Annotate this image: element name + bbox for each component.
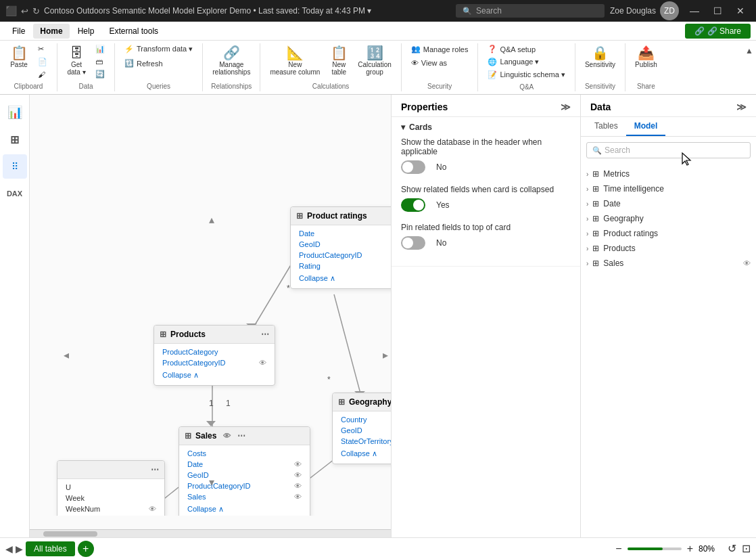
collapse-geography[interactable]: Collapse ∧ <box>333 447 391 461</box>
new-measure-button[interactable]: 📐 Newmeasure column <box>266 43 324 79</box>
publish-button[interactable]: 📤 Publish <box>631 43 661 71</box>
recent-button[interactable]: 🔄 <box>91 68 109 80</box>
products-title: Products <box>170 330 206 339</box>
chevron-products-icon: › <box>586 245 588 252</box>
sensitivity-button[interactable]: 🔒 Sensitivity <box>581 43 619 71</box>
language-button[interactable]: 🌐 Language ▾ <box>483 56 543 68</box>
data-panel-header: Data ≫ <box>581 95 756 117</box>
menu-file[interactable]: File <box>5 24 32 39</box>
sidebar-icon-report[interactable]: 📊 <box>3 100 27 125</box>
ribbon: 📋 Paste ✂ 📄 🖌 Clipboard 🗄 Getdata ▾ 📊 🗃 … <box>0 41 756 95</box>
geography-icon: ⊞ <box>338 397 345 407</box>
manage-relationships-button[interactable]: 🔗 Managerelationships <box>208 43 254 79</box>
table-row: GeoID 👁 <box>179 470 310 480</box>
toggle-3[interactable] <box>401 236 425 250</box>
all-tables-label: All tables <box>34 544 67 554</box>
collapse-product-ratings[interactable]: Collapse ∧ <box>291 271 391 286</box>
horizontal-scrollbar[interactable] <box>30 529 391 537</box>
tree-item-product-ratings[interactable]: › ⊞ Product ratings <box>581 226 756 241</box>
sidebar-icon-model[interactable]: ⠿ <box>3 154 27 179</box>
page-next-button[interactable]: ▶ <box>16 543 23 554</box>
sales-body: Costs Date 👁 GeoID 👁 ProductCategoryID 👁 <box>179 445 310 516</box>
products-menu-icon[interactable]: ⋯ <box>261 330 269 339</box>
paste-icon: 📋 <box>11 46 28 60</box>
fit-to-screen-button[interactable]: ⊡ <box>742 542 751 555</box>
tree-item-metrics[interactable]: › ⊞ Metrics <box>581 166 756 181</box>
product-ratings-table-icon: ⊞ <box>592 229 599 238</box>
toggle-1[interactable] <box>401 160 425 174</box>
close-button[interactable]: ✕ <box>730 3 751 19</box>
chevron-date-icon: › <box>586 200 588 208</box>
add-tab-button[interactable]: + <box>78 541 94 557</box>
ribbon-group-clipboard: 📋 Paste ✂ 📄 🖌 Clipboard <box>0 43 57 91</box>
tab-tables[interactable]: Tables <box>586 117 626 136</box>
tree-item-time-intelligence[interactable]: › ⊞ Time intelligence <box>581 181 756 196</box>
excel-button[interactable]: 📊 <box>91 43 109 55</box>
data-panel-expand-icon[interactable]: ≫ <box>736 102 747 112</box>
svg-text:*: * <box>327 375 331 384</box>
cut-button[interactable]: ✂ <box>34 43 51 55</box>
menu-help[interactable]: Help <box>71 24 101 39</box>
title-search-box[interactable]: 🔍 Search <box>456 4 605 18</box>
collapse-products[interactable]: Collapse ∧ <box>154 368 275 382</box>
redo-icon[interactable]: ↻ <box>32 6 40 16</box>
date-table-menu-icon[interactable]: ⋯ <box>151 465 159 474</box>
zoom-plus-button[interactable]: + <box>687 543 693 555</box>
scroll-up-icon[interactable]: ▴ <box>209 213 214 226</box>
scroll-down-icon[interactable]: ▾ <box>209 476 214 489</box>
tab-model[interactable]: Model <box>626 117 666 136</box>
geography-body: Country GeoID StateOrTerritory Collapse … <box>333 411 391 464</box>
qa-setup-button[interactable]: ❓ Q&A setup <box>483 43 540 55</box>
language-label: Language ▾ <box>500 58 539 66</box>
sales-card[interactable]: ⊞ Sales 👁 ⋯ Costs Date 👁 GeoID 👁 <box>179 426 310 516</box>
scroll-left-icon[interactable]: ◂ <box>64 349 69 361</box>
calc-group-button[interactable]: 🔢 Calculationgroup <box>354 43 395 79</box>
share-button[interactable]: 🔗 🔗 Share <box>685 24 751 39</box>
menu-external-tools[interactable]: External tools <box>102 24 165 39</box>
zoom-reset-button[interactable]: ↺ <box>728 542 736 555</box>
maximize-button[interactable]: ☐ <box>707 3 728 19</box>
minimize-button[interactable]: — <box>684 3 705 19</box>
manage-roles-button[interactable]: 👥 Manage roles <box>407 43 473 55</box>
view-as-button[interactable]: 👁 View as <box>407 58 451 68</box>
new-table-button[interactable]: 📋 Newtable <box>325 43 352 79</box>
tree-item-products[interactable]: › ⊞ Products <box>581 241 756 256</box>
tree-item-date[interactable]: › ⊞ Date <box>581 196 756 211</box>
sidebar-icon-dax[interactable]: DAX <box>3 181 27 206</box>
date-table-card[interactable]: ⋯ U Week WeekNum 👁 Month <box>57 460 165 516</box>
zoom-minus-button[interactable]: − <box>615 543 621 555</box>
toggle-2[interactable] <box>401 198 425 212</box>
copy-button[interactable]: 📄 <box>34 56 51 68</box>
ribbon-collapse[interactable]: ▲ <box>742 43 756 91</box>
tree-item-geography[interactable]: › ⊞ Geography <box>581 211 756 226</box>
transform-data-button[interactable]: ⚡ Transform data ▾ <box>120 43 197 55</box>
scroll-right-icon[interactable]: ▸ <box>383 349 388 361</box>
sales-menu-icon[interactable]: ⋯ <box>237 431 245 441</box>
page-prev-button[interactable]: ◀ <box>5 543 13 554</box>
canvas-area[interactable]: * * 1 * 1 1 * ⊞ Product ratings Date <box>30 95 391 537</box>
properties-expand-icon[interactable]: ≫ <box>561 102 571 112</box>
get-data-button[interactable]: 🗄 Getdata ▾ <box>63 43 90 79</box>
relationships-icon: 🔗 <box>223 46 240 60</box>
tree-item-sales[interactable]: › ⊞ Sales 👁 <box>581 256 756 271</box>
paste-button[interactable]: 📋 Paste <box>5 43 32 71</box>
products-header: ⊞ Products ⋯ <box>154 326 275 344</box>
cut-icon: ✂ <box>38 45 44 53</box>
format-painter-button[interactable]: 🖌 <box>34 69 51 80</box>
data-panel: Data ≫ Tables Model 🔍 Search › ⊞ Metrics… <box>580 95 756 537</box>
collapse-sales[interactable]: Collapse ∧ <box>179 502 310 516</box>
zoom-slider[interactable] <box>628 547 682 550</box>
menu-home[interactable]: Home <box>33 24 69 39</box>
product-ratings-card[interactable]: ⊞ Product ratings Date GeoID ProductCate… <box>290 206 391 289</box>
qa-icon: ❓ <box>488 45 497 53</box>
undo-icon[interactable]: ↩ <box>21 6 28 16</box>
sql-button[interactable]: 🗃 <box>91 56 109 67</box>
refresh-button[interactable]: 🔃 Refresh <box>120 58 167 69</box>
sensitivity-group-label: Sensitivity <box>581 83 619 91</box>
linguistic-button[interactable]: 📝 Linguistic schema ▾ <box>483 69 569 81</box>
data-search-box[interactable]: 🔍 Search <box>586 142 751 158</box>
sidebar-icon-table[interactable]: ⊞ <box>3 127 27 152</box>
products-card[interactable]: ⊞ Products ⋯ ProductCategory ProductCate… <box>153 325 275 386</box>
all-tables-tab[interactable]: All tables <box>26 541 75 556</box>
geography-card[interactable]: ⊞ Geography Country GeoID StateOrTerrito… <box>332 393 391 464</box>
